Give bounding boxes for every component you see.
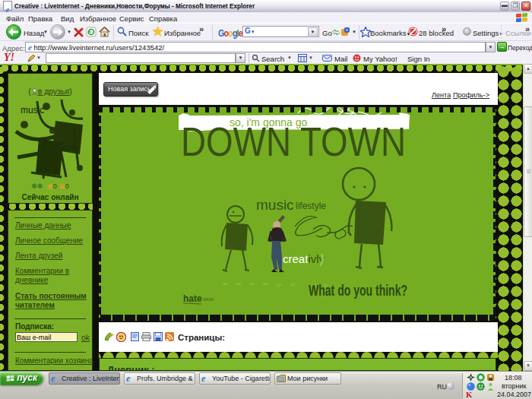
svg-text:music: music bbox=[21, 105, 44, 116]
svg-text:lifestyle: lifestyle bbox=[296, 201, 326, 211]
svg-text:creativly: creativly bbox=[283, 252, 325, 265]
svg-text:hate: hate bbox=[183, 293, 202, 304]
svg-text:music: music bbox=[256, 197, 294, 213]
svg-text:xxxx: xxxx bbox=[203, 296, 214, 302]
svg-text:What do you think?: What do you think? bbox=[309, 281, 407, 299]
svg-text:DOWN TOWN: DOWN TOWN bbox=[181, 119, 406, 164]
